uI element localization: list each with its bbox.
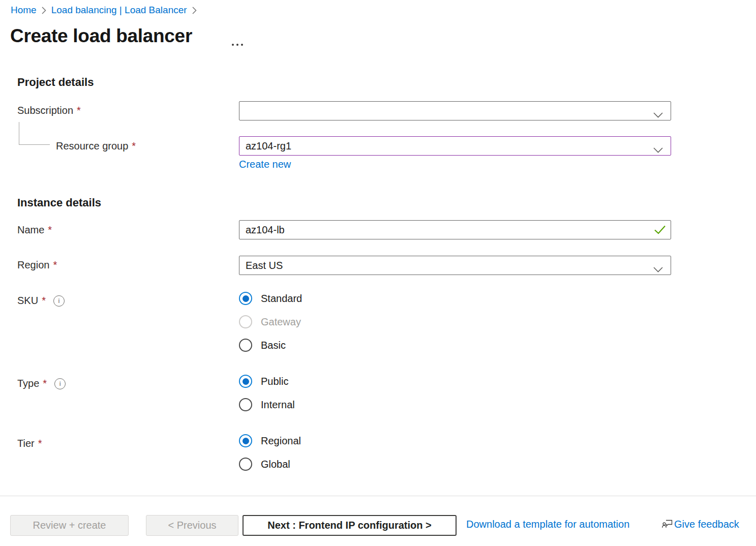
required-asterisk: * (38, 438, 42, 449)
tier-option-global[interactable]: Global (239, 452, 301, 476)
sku-label: SKU* i (17, 295, 65, 307)
previous-button: < Previous (146, 515, 238, 536)
region-label: Region* (17, 259, 57, 271)
required-asterisk: * (53, 259, 57, 271)
breadcrumb-link-load-balancing[interactable]: Load balancing | Load Balancer (51, 5, 187, 16)
region-dropdown[interactable]: East US (239, 256, 671, 275)
name-label: Name* (17, 224, 52, 236)
breadcrumb: Home Load balancing | Load Balancer (11, 5, 197, 16)
sku-option-basic[interactable]: Basic (239, 333, 302, 357)
type-radio-group: Public Internal (239, 370, 295, 416)
required-asterisk: * (132, 140, 136, 152)
tier-option-regional[interactable]: Regional (239, 429, 301, 452)
person-feedback-icon (661, 517, 674, 531)
chevron-right-icon (42, 7, 46, 14)
radio-icon (239, 339, 252, 352)
radio-icon (239, 292, 252, 305)
page-title: Create load balancer (10, 25, 192, 47)
sku-option-standard[interactable]: Standard (239, 287, 302, 310)
required-asterisk: * (48, 224, 52, 236)
tier-label: Tier* (17, 438, 42, 449)
info-icon[interactable]: i (53, 295, 65, 307)
info-icon[interactable]: i (54, 378, 66, 389)
subscription-label: Subscription* (17, 105, 81, 116)
resource-group-label: Resource group* (56, 140, 136, 152)
next-frontend-ip-configuration-button[interactable]: Next : Frontend IP configuration > (243, 515, 457, 536)
resource-group-value: az104-rg1 (246, 140, 291, 152)
required-asterisk: * (43, 378, 47, 389)
create-load-balancer-page: Home Load balancing | Load Balancer Crea… (0, 0, 756, 546)
radio-icon (239, 458, 252, 471)
subscription-dropdown[interactable] (239, 101, 671, 120)
type-option-internal[interactable]: Internal (239, 393, 295, 416)
tier-radio-group: Regional Global (239, 429, 301, 476)
chevron-right-icon (192, 7, 197, 14)
instance-details-heading: Instance details (17, 196, 101, 209)
radio-icon (239, 398, 252, 411)
type-label: Type* i (17, 378, 66, 389)
radio-icon (239, 375, 252, 388)
required-asterisk: * (42, 295, 46, 307)
region-value: East US (246, 260, 283, 271)
required-asterisk: * (77, 105, 81, 116)
radio-icon (239, 315, 252, 328)
subscription-resource-group-connector (19, 122, 50, 145)
sku-option-gateway: Gateway (239, 310, 302, 333)
radio-icon (239, 434, 252, 447)
project-details-heading: Project details (17, 76, 94, 89)
chevron-down-icon (653, 109, 663, 120)
checkmark-icon (654, 225, 666, 236)
breadcrumb-link-home[interactable]: Home (11, 5, 37, 16)
resource-group-dropdown[interactable]: az104-rg1 (239, 136, 671, 156)
review-create-button: Review + create (10, 515, 129, 536)
footer-action-bar: Review + create < Previous Next : Fronte… (0, 496, 756, 546)
sku-radio-group: Standard Gateway Basic (239, 287, 302, 357)
chevron-down-icon (653, 263, 663, 275)
name-input[interactable] (239, 220, 671, 239)
download-template-link[interactable]: Download a template for automation (466, 519, 629, 530)
more-options-icon[interactable] (230, 42, 245, 48)
chevron-down-icon (653, 144, 663, 156)
create-new-link[interactable]: Create new (239, 159, 291, 170)
give-feedback-link[interactable]: Give feedback (661, 517, 739, 531)
type-option-public[interactable]: Public (239, 370, 295, 393)
